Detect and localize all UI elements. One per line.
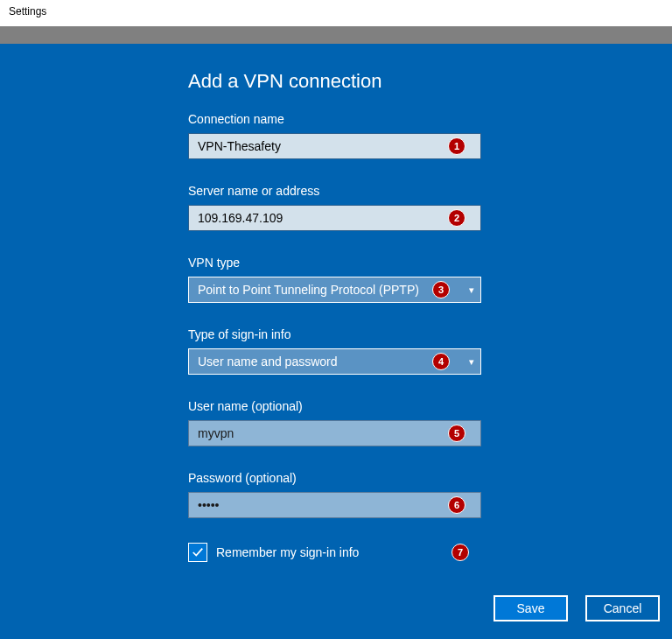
cancel-button[interactable]: Cancel [585, 595, 660, 621]
annotation-badge-5: 5 [448, 425, 466, 442]
remember-checkbox[interactable] [188, 543, 207, 562]
save-button[interactable]: Save [494, 595, 568, 621]
connection-name-label: Connection name [188, 112, 672, 126]
annotation-badge-7: 7 [452, 544, 469, 561]
annotation-badge-3: 3 [432, 281, 450, 298]
window-title: Settings [9, 5, 46, 18]
username-block: User name (optional) 5 [188, 399, 672, 446]
remember-label: Remember my sign-in info [216, 545, 359, 559]
signin-type-label: Type of sign-in info [188, 327, 672, 341]
remember-block: Remember my sign-in info 7 [188, 543, 672, 562]
username-label: User name (optional) [188, 399, 672, 413]
vpn-type-value: Point to Point Tunneling Protocol (PPTP) [198, 283, 419, 297]
connection-name-input[interactable] [188, 133, 481, 159]
server-label: Server name or address [188, 184, 672, 198]
vpn-type-block: VPN type Point to Point Tunneling Protoc… [188, 256, 672, 303]
password-input[interactable] [188, 492, 481, 518]
header-band [0, 26, 672, 44]
annotation-badge-1: 1 [448, 137, 466, 155]
page-title: Add a VPN connection [188, 70, 672, 93]
vpn-type-label: VPN type [188, 256, 672, 270]
username-input[interactable] [188, 420, 481, 446]
password-block: Password (optional) 6 [188, 471, 672, 518]
server-block: Server name or address 2 [188, 184, 672, 231]
annotation-badge-6: 6 [448, 496, 466, 514]
connection-name-block: Connection name 1 [188, 112, 672, 159]
annotation-badge-2: 2 [448, 209, 466, 227]
signin-type-block: Type of sign-in info User name and passw… [188, 327, 672, 375]
signin-type-value: User name and password [198, 355, 338, 369]
main-panel: Add a VPN connection Connection name 1 S… [0, 44, 672, 639]
checkmark-icon [192, 546, 204, 558]
password-label: Password (optional) [188, 471, 672, 485]
annotation-badge-4: 4 [432, 353, 450, 370]
button-row: Save Cancel [494, 595, 660, 621]
window-title-bar: Settings [0, 0, 672, 26]
server-input[interactable] [188, 205, 481, 231]
